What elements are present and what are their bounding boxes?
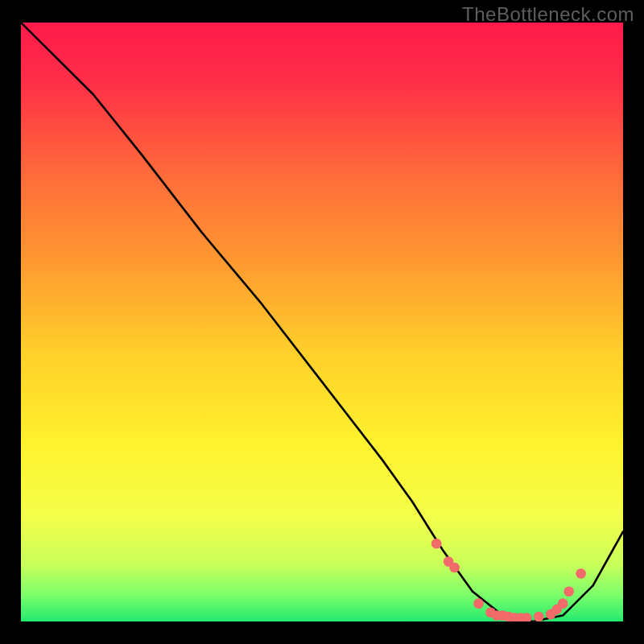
bottleneck-curve — [21, 23, 623, 621]
plot-area — [21, 23, 623, 621]
chart-frame: TheBottleneck.com — [0, 0, 644, 644]
curve-layer — [21, 23, 623, 621]
data-marker — [449, 563, 460, 573]
data-marker — [558, 598, 568, 609]
data-markers — [431, 539, 586, 621]
data-marker — [431, 539, 442, 549]
data-marker — [534, 612, 544, 621]
data-marker — [473, 598, 484, 609]
data-marker — [564, 586, 574, 597]
watermark-text: TheBottleneck.com — [462, 3, 634, 26]
data-marker — [576, 568, 586, 579]
